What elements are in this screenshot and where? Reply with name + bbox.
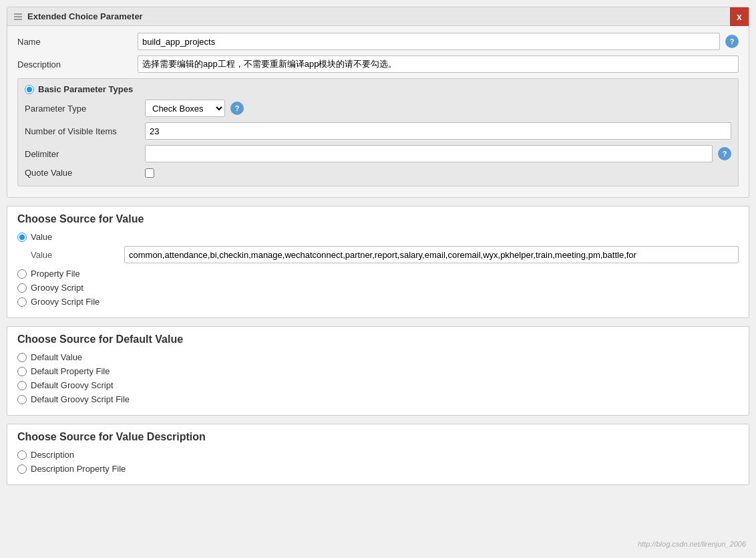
property-file-row: Property File [17, 269, 739, 279]
num-visible-row: Number of Visible Items [25, 122, 731, 140]
main-container: Extended Choice Parameter x Name ? Descr… [0, 0, 756, 558]
groovy-script-file-radio[interactable] [17, 297, 27, 307]
name-input[interactable] [138, 33, 720, 50]
groovy-script-radio[interactable] [17, 283, 27, 293]
num-visible-input[interactable] [145, 122, 731, 140]
default-value-row: Default Value [17, 352, 739, 362]
value-radio-label: Value [31, 232, 52, 242]
choose-source-default-section: Choose Source for Default Value Default … [7, 326, 749, 416]
description-property-file-label: Description Property File [31, 464, 126, 474]
value-radio-row: Value [17, 232, 739, 242]
description-row: Description [17, 55, 739, 73]
default-groovy-script-label: Default Groovy Script [31, 380, 114, 390]
default-property-file-label: Default Property File [31, 366, 110, 376]
close-button[interactable]: x [730, 7, 749, 26]
drag-handle[interactable] [14, 13, 22, 20]
param-type-row: Parameter Type Check Boxes Radio Buttons… [25, 100, 731, 117]
param-type-help-icon[interactable]: ? [230, 102, 244, 115]
value-field-label: Value [31, 250, 124, 260]
groovy-script-label: Groovy Script [31, 283, 83, 293]
groovy-script-file-row: Groovy Script File [17, 297, 739, 307]
default-groovy-script-file-row: Default Groovy Script File [17, 394, 739, 404]
panel-header: Extended Choice Parameter x [7, 7, 749, 26]
desc-property-file-row: Description Property File [17, 464, 739, 474]
param-type-label: Parameter Type [25, 104, 145, 114]
default-groovy-script-radio[interactable] [17, 381, 27, 390]
choose-source-description-section: Choose Source for Value Description Desc… [7, 424, 749, 485]
default-property-file-radio[interactable] [17, 367, 27, 376]
default-value-radio[interactable] [17, 353, 27, 362]
name-help-icon[interactable]: ? [725, 35, 739, 48]
default-groovy-script-row: Default Groovy Script [17, 380, 739, 390]
description-radio[interactable] [17, 450, 27, 460]
value-input-row: Value [31, 246, 739, 263]
choose-source-description-title: Choose Source for Value Description [17, 431, 739, 443]
desc-radio-row: Description [17, 450, 739, 460]
delimiter-row: Delimiter ? [25, 145, 731, 162]
groovy-script-file-label: Groovy Script File [31, 297, 100, 307]
property-file-label: Property File [31, 269, 80, 279]
choose-source-value-title: Choose Source for Value [17, 213, 739, 225]
name-row: Name ? [17, 33, 739, 50]
panel-body: Name ? Description Basic Parameter Types… [7, 26, 749, 197]
quote-value-label: Quote Value [25, 168, 145, 178]
property-file-radio[interactable] [17, 269, 27, 279]
extended-choice-panel: Extended Choice Parameter x Name ? Descr… [7, 7, 749, 198]
quote-value-checkbox[interactable] [145, 168, 154, 178]
quote-value-row: Quote Value [25, 168, 731, 178]
description-radio-label: Description [31, 450, 74, 460]
watermark: http://blog.csdn.net/lirenjun_2006 [638, 540, 746, 548]
delimiter-label: Delimiter [25, 149, 145, 159]
description-input[interactable] [138, 55, 739, 73]
default-property-file-row: Default Property File [17, 366, 739, 376]
default-groovy-script-file-label: Default Groovy Script File [31, 394, 130, 404]
delimiter-input[interactable] [145, 145, 713, 162]
value-field-input[interactable] [124, 246, 739, 263]
basic-param-radio[interactable] [25, 85, 34, 94]
value-radio[interactable] [17, 233, 27, 242]
num-visible-label: Number of Visible Items [25, 126, 145, 136]
basic-param-title: Basic Parameter Types [38, 84, 133, 94]
default-value-label: Default Value [31, 352, 82, 362]
description-property-file-radio[interactable] [17, 464, 27, 474]
choose-source-default-title: Choose Source for Default Value [17, 333, 739, 345]
param-type-select[interactable]: Check Boxes Radio Buttons Single Select … [145, 100, 225, 117]
name-label: Name [17, 37, 138, 47]
basic-param-section: Basic Parameter Types Parameter Type Che… [17, 78, 739, 186]
basic-param-header: Basic Parameter Types [25, 84, 731, 94]
delimiter-help-icon[interactable]: ? [718, 147, 731, 160]
choose-source-value-section: Choose Source for Value Value Value Prop… [7, 206, 749, 318]
default-groovy-script-file-radio[interactable] [17, 395, 27, 404]
panel-title: Extended Choice Parameter [27, 11, 143, 21]
groovy-script-row: Groovy Script [17, 283, 739, 293]
description-label: Description [17, 59, 138, 69]
